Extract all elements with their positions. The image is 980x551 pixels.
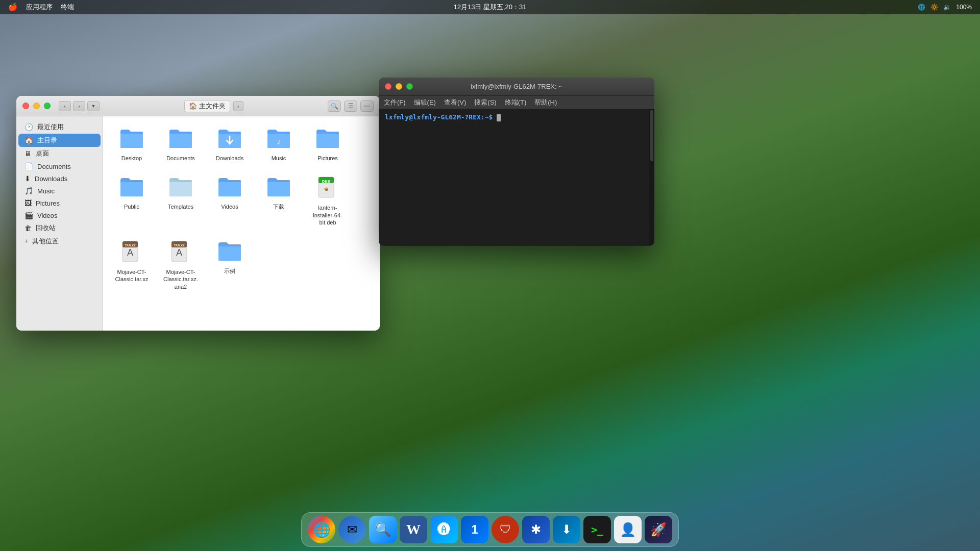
dock-appstore[interactable]: 🅐: [430, 516, 458, 543]
dock-tikz[interactable]: ✱: [522, 516, 550, 543]
downloads-sidebar-icon: ⬇: [24, 174, 31, 183]
sidebar-item-music[interactable]: 🎵 Music: [18, 185, 101, 197]
term-menu-view[interactable]: 查看(V): [444, 98, 466, 107]
file-mojave-tarxz[interactable]: TAR.XZ A Mojave-CT-Classic.tar.xz: [111, 237, 152, 293]
documents-sidebar-icon: 📄: [24, 162, 33, 170]
term-menu-edit[interactable]: 编辑(E): [414, 98, 436, 107]
folder-templates[interactable]: Templates: [160, 173, 201, 229]
term-close-button[interactable]: [385, 83, 391, 90]
nav-back-button[interactable]: ‹: [59, 101, 71, 111]
nav-up-button[interactable]: ▼: [87, 101, 100, 111]
folder-downloads[interactable]: Downloads: [209, 124, 250, 165]
file-manager-window: ‹ › ▼ 🏠 主文件夹 › 🔍 ☰ ⋯ 🕐 最近使用 🏠 主目: [16, 96, 380, 331]
file-mojave-aria2-icon: TAR.XZ A: [169, 240, 192, 266]
term-scrollbar-thumb[interactable]: [650, 110, 653, 161]
term-maximize-button[interactable]: [406, 83, 413, 90]
sidebar-item-desktop[interactable]: 🖥 桌面: [18, 147, 101, 160]
folder-videos[interactable]: Videos: [209, 173, 250, 229]
dock-contacts[interactable]: 👤: [614, 516, 642, 543]
folder-documents[interactable]: Documents: [160, 124, 201, 165]
file-mojave-tarxz-icon: TAR.XZ A: [120, 240, 143, 266]
file-lantern-deb[interactable]: DEB 📦 lantern-installer-64-bit.deb: [307, 173, 348, 229]
fm-body: 🕐 最近使用 🏠 主目录 🖥 桌面 📄 Documents ⬇ Download…: [16, 116, 380, 331]
sidebar-item-pictures[interactable]: 🖼 Pictures: [18, 197, 101, 209]
tikz-icon: ✱: [531, 522, 541, 537]
dock-ublock[interactable]: 🛡: [492, 516, 519, 543]
term-menu-file[interactable]: 文件(F): [384, 98, 406, 107]
network-icon: 🌐: [918, 4, 925, 11]
recent-label: 最近使用: [37, 122, 64, 132]
folder-desktop-icon: [119, 128, 144, 153]
term-cursor: [497, 114, 501, 121]
term-menu-search[interactable]: 搜索(S): [474, 98, 496, 107]
terminal-icon: >_: [591, 523, 603, 536]
folder-public[interactable]: Public: [111, 173, 152, 229]
fm-sidebar: 🕐 最近使用 🏠 主目录 🖥 桌面 📄 Documents ⬇ Download…: [16, 116, 103, 331]
home-icon: 🏠: [189, 102, 197, 110]
app-name-menu[interactable]: 应用程序: [26, 3, 53, 12]
fm-titlebar: ‹ › ▼ 🏠 主文件夹 › 🔍 ☰ ⋯: [16, 96, 380, 116]
apple-menu[interactable]: 🍎: [8, 3, 18, 12]
other-locations-label: 其他位置: [32, 237, 59, 246]
fm-tools: 🔍 ☰ ⋯: [328, 101, 374, 112]
location-arrow-button[interactable]: ›: [233, 101, 243, 111]
dock-rocket[interactable]: 🚀: [645, 516, 672, 543]
menubar-right: 🌐 🔆 🔉 100%: [918, 4, 972, 11]
folder-documents-label: Documents: [166, 155, 195, 162]
sidebar-item-downloads[interactable]: ⬇ Downloads: [18, 172, 101, 185]
folder-public-icon: [119, 176, 144, 201]
term-titlebar: lxfmly@lxfmly-GL62M-7REX: ~: [379, 78, 654, 96]
sidebar-item-documents[interactable]: 📄 Documents: [18, 160, 101, 172]
svg-text:A: A: [176, 247, 182, 258]
volume-icon: 🔉: [943, 4, 951, 11]
minimize-button[interactable]: [33, 103, 40, 109]
trash-label: 回收站: [36, 223, 56, 233]
appstore-icon: 🅐: [437, 522, 451, 538]
sidebar-item-trash[interactable]: 🗑 回收站: [18, 221, 101, 235]
folder-videos-icon: [217, 176, 242, 201]
search-button[interactable]: 🔍: [328, 101, 341, 112]
file-mojave-aria2[interactable]: TAR.XZ A Mojave-CT-Classic.tar.xz.aria2: [160, 237, 201, 293]
recent-icon: 🕐: [24, 123, 33, 131]
term-body[interactable]: lxfmly@lxfmly-GL62M-7REX:~$: [379, 109, 654, 246]
dock-word[interactable]: W: [400, 516, 427, 543]
videos-label: Videos: [37, 212, 58, 219]
term-scrollbar[interactable]: [649, 109, 654, 246]
location-label: 主文件夹: [199, 102, 226, 111]
folder-music[interactable]: ♪ Music: [258, 124, 299, 165]
home-label: 主目录: [37, 136, 57, 145]
maximize-button[interactable]: [44, 103, 51, 109]
term-minimize-button[interactable]: [396, 83, 402, 90]
file-mojave-tarxz-label: Mojave-CT-Classic.tar.xz: [114, 268, 149, 283]
view-list-button[interactable]: ☰: [344, 101, 357, 112]
more-options-button[interactable]: ⋯: [360, 101, 374, 112]
dock-downloader[interactable]: ⬇: [553, 516, 580, 543]
folder-templates-label: Templates: [168, 203, 193, 210]
desktop-label: 桌面: [36, 149, 49, 158]
dock-mail[interactable]: ✉: [338, 516, 366, 543]
folder-xiazai[interactable]: 下载: [258, 173, 299, 229]
dock-1password[interactable]: 1: [461, 516, 488, 543]
term-menu-help[interactable]: 帮助(H): [534, 98, 557, 107]
pictures-label: Pictures: [36, 199, 60, 207]
pictures-sidebar-icon: 🖼: [24, 199, 32, 207]
folder-pictures[interactable]: Pictures: [307, 124, 348, 165]
sidebar-item-recent[interactable]: 🕐 最近使用: [18, 120, 101, 134]
fm-location-bar[interactable]: 🏠 主文件夹: [184, 100, 230, 112]
term-menu-terminal[interactable]: 终端(T): [505, 98, 527, 107]
sidebar-item-other[interactable]: + 其他位置: [18, 235, 101, 248]
1password-icon: 1: [471, 522, 478, 537]
dock-terminal[interactable]: >_: [583, 516, 611, 543]
nav-forward-button[interactable]: ›: [73, 101, 85, 111]
sidebar-item-videos[interactable]: 🎬 Videos: [18, 209, 101, 221]
close-button[interactable]: [22, 103, 29, 109]
videos-sidebar-icon: 🎬: [24, 211, 33, 219]
sidebar-item-home[interactable]: 🏠 主目录: [18, 134, 101, 147]
file-lantern-label: lantern-installer-64-bit.deb: [310, 204, 345, 226]
dock-chrome[interactable]: 🌐: [308, 516, 335, 543]
folder-desktop[interactable]: Desktop: [111, 124, 152, 165]
ublock-icon: 🛡: [500, 523, 511, 536]
folder-shili[interactable]: 示例: [209, 237, 250, 293]
dock-finder[interactable]: 🔍: [369, 516, 397, 543]
terminal-menu[interactable]: 终端: [61, 3, 74, 12]
